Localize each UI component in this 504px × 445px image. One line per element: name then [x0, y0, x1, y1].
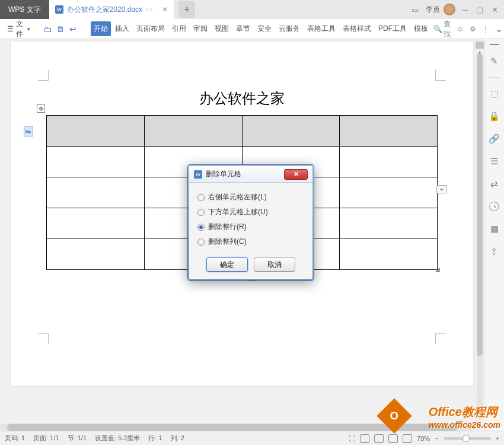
- link-icon[interactable]: 🔗: [488, 132, 501, 145]
- next-page-icon[interactable]: ▾: [477, 422, 483, 428]
- radio-icon: [197, 224, 205, 231]
- dialog-header[interactable]: W 删除单元格 ✕: [189, 166, 312, 183]
- settings-icon[interactable]: ⚙: [470, 25, 476, 33]
- maximize-button[interactable]: ▢: [476, 5, 483, 14]
- settings-panel-icon[interactable]: ⇄: [488, 177, 501, 190]
- ribbon: ☰ 文件 ▾ 🗀 🗎 ↩ 开始 插入 页面布局 引用 审阅 视图 章节 安全 云…: [0, 19, 504, 39]
- scroll-down-icon[interactable]: ▾: [477, 406, 483, 412]
- zoom-thumb[interactable]: [462, 435, 470, 442]
- scroll-track[interactable]: [477, 53, 483, 417]
- select-icon[interactable]: ⬚: [488, 87, 501, 100]
- fullscreen-icon[interactable]: ⛶: [349, 435, 355, 442]
- table-move-handle[interactable]: ✥: [37, 104, 45, 113]
- separator: [489, 77, 500, 78]
- radio-label: 删除整行(R): [208, 222, 247, 232]
- table-resize-handle[interactable]: ◢: [435, 266, 440, 272]
- radio-delete-column[interactable]: 删除整列(C): [197, 234, 304, 249]
- split-marker[interactable]: [476, 42, 484, 49]
- tab-page-layout[interactable]: 页面布局: [133, 21, 168, 36]
- panel-toggle[interactable]: [490, 44, 499, 45]
- tab-overflow-icon[interactable]: ▭: [146, 5, 152, 14]
- zoom-out-button[interactable]: −: [435, 435, 438, 442]
- outline-icon[interactable]: ☰: [488, 155, 501, 168]
- cancel-button[interactable]: 取消: [254, 258, 295, 272]
- tab-review[interactable]: 审阅: [190, 21, 210, 36]
- tab-security[interactable]: 安全: [254, 21, 275, 36]
- share-icon[interactable]: ⇪: [488, 245, 501, 258]
- dialog-footer: 确定 取消: [189, 254, 312, 279]
- collapse-ribbon-icon[interactable]: ⌄: [495, 23, 503, 34]
- radio-icon: [197, 194, 205, 201]
- status-page-of[interactable]: 页面: 1/1: [33, 434, 59, 443]
- radio-label: 删除整列(C): [208, 237, 247, 247]
- tab-cloud[interactable]: 云服务: [276, 21, 303, 36]
- dialog-app-icon: W: [194, 170, 202, 179]
- ribbon-tabs: 开始 插入 页面布局 引用 审阅 视图 章节 安全 云服务 表格工具 表格样式 …: [91, 21, 431, 36]
- document-tab[interactable]: W 办公软件之家2020.docx ▭ ✕: [49, 0, 174, 19]
- ok-button[interactable]: 确定: [206, 258, 248, 272]
- view-mode-4-icon[interactable]: [403, 434, 412, 443]
- document-heading[interactable]: 办公软件之家: [11, 42, 473, 108]
- tab-table-style[interactable]: 表格样式: [340, 21, 374, 36]
- tab-templates[interactable]: 模板: [411, 21, 431, 36]
- search-label: 查找: [444, 19, 451, 39]
- view-mode-2-icon[interactable]: [374, 434, 384, 443]
- tab-references[interactable]: 引用: [169, 21, 189, 36]
- dialog-body: 右侧单元格左移(L) 下方单元格上移(U) 删除整行(R) 删除整列(C): [189, 183, 312, 254]
- status-col[interactable]: 列: 2: [171, 434, 184, 443]
- view-mode-1-icon[interactable]: [360, 434, 369, 443]
- radio-shift-left[interactable]: 右侧单元格左移(L): [197, 190, 304, 205]
- horizontal-scrollbar[interactable]: [0, 424, 476, 431]
- print-icon[interactable]: ↩: [68, 24, 78, 34]
- scroll-thumb[interactable]: [477, 53, 483, 356]
- radio-shift-up[interactable]: 下方单元格上移(U): [197, 205, 304, 220]
- row-marker[interactable]: ≡▸: [24, 126, 33, 136]
- search-button[interactable]: 🔍 查找: [433, 19, 451, 39]
- hamburger-icon: ☰: [7, 25, 14, 33]
- margin-corner: [38, 333, 49, 344]
- history-icon[interactable]: 🕓: [488, 200, 501, 213]
- open-icon[interactable]: 🗀: [42, 24, 53, 34]
- tab-home[interactable]: 开始: [91, 21, 111, 36]
- radio-delete-row[interactable]: 删除整行(R): [197, 220, 304, 234]
- app-tab[interactable]: WPS 文字: [0, 0, 49, 19]
- tab-view[interactable]: 视图: [212, 21, 232, 36]
- tools-icon[interactable]: ▦: [488, 223, 501, 236]
- dialog-close-button[interactable]: ✕: [284, 169, 308, 180]
- statusbar: 页码: 1 页面: 1/1 节: 1/1 设置值: 5.2厘米 行: 1 列: …: [0, 431, 504, 445]
- tab-insert[interactable]: 插入: [112, 21, 132, 36]
- dialog-title: 删除单元格: [206, 169, 280, 179]
- tab-pdf-tools[interactable]: PDF工具: [375, 21, 410, 36]
- tab-table-tools[interactable]: 表格工具: [304, 21, 339, 36]
- appbox-icon[interactable]: ▭: [412, 5, 419, 14]
- radio-icon: [197, 239, 205, 246]
- radio-label: 下方单元格上移(U): [208, 207, 268, 217]
- zoom-value[interactable]: 70%: [417, 435, 430, 442]
- status-row[interactable]: 行: 1: [148, 434, 162, 443]
- save-icon[interactable]: 🗎: [55, 24, 66, 34]
- more-icon[interactable]: ⋮: [482, 25, 489, 33]
- edit-icon[interactable]: ✎: [488, 55, 501, 68]
- status-setting[interactable]: 设置值: 5.2厘米: [95, 434, 140, 443]
- margin-corner: [435, 333, 446, 344]
- dropdown-icon: ▾: [27, 26, 30, 32]
- add-column-button[interactable]: +: [436, 185, 447, 193]
- status-section[interactable]: 节: 1/1: [68, 434, 87, 443]
- close-tab-icon[interactable]: ✕: [162, 5, 168, 14]
- file-menu[interactable]: ☰ 文件 ▾: [5, 19, 33, 39]
- user-info[interactable]: 李勇: [426, 4, 455, 15]
- new-tab-button[interactable]: +: [178, 1, 195, 18]
- view-mode-3-icon[interactable]: [388, 434, 398, 443]
- close-window-button[interactable]: ✕: [492, 5, 498, 14]
- minimize-button[interactable]: ─: [462, 5, 468, 14]
- chat-icon[interactable]: ☺: [457, 25, 464, 33]
- zoom-in-button[interactable]: +: [496, 435, 499, 442]
- status-page-no[interactable]: 页码: 1: [5, 434, 25, 443]
- table-row[interactable]: [47, 116, 438, 147]
- avatar: [444, 4, 455, 15]
- zoom-slider[interactable]: [444, 437, 491, 440]
- prev-page-icon[interactable]: ≑: [477, 414, 483, 420]
- vertical-scrollbar[interactable]: ▴ ▾ ≑ ▾: [476, 39, 484, 431]
- tab-section[interactable]: 章节: [233, 21, 253, 36]
- lock-icon[interactable]: 🔒: [488, 110, 501, 123]
